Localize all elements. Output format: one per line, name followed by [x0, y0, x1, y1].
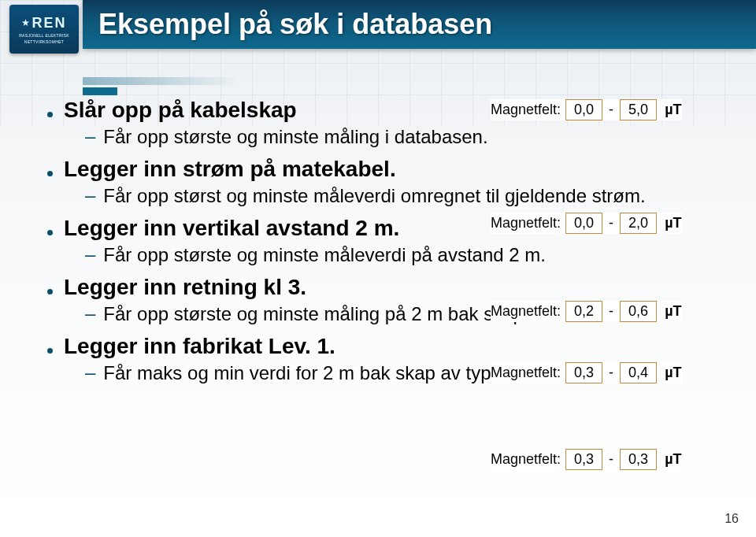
- page-number: 16: [724, 512, 739, 526]
- dash-icon: –: [85, 361, 95, 385]
- accent-bar-dark: [83, 87, 117, 95]
- mag-unit: µT: [665, 451, 681, 468]
- content: Slår opp på kabelskap – Får opp største …: [47, 96, 732, 391]
- accent-bars: [83, 77, 240, 95]
- mag-sep: -: [609, 102, 613, 118]
- dash-icon: –: [85, 184, 95, 208]
- dash-icon: –: [85, 125, 95, 149]
- logo: REN RASJONELL ELEKTRISK NETTVIRKSOMHET: [9, 5, 79, 54]
- logo-sub1: RASJONELL ELEKTRISK: [19, 33, 69, 38]
- bullet-text: Legger inn strøm på matekabel.: [64, 155, 396, 183]
- bullet-dot-icon: [47, 230, 53, 235]
- bullet-dot-icon: [47, 289, 53, 294]
- mag-label: Magnetfelt:: [491, 215, 561, 231]
- bullet-text: Legger inn retning kl 3.: [64, 273, 306, 301]
- page-title: Eksempel på søk i databasen: [98, 8, 492, 41]
- bullet-dot-icon: [47, 112, 53, 117]
- bullet-text: Slår opp på kabelskap: [64, 96, 297, 124]
- list-item: Legger inn strøm på matekabel. – Får opp…: [47, 155, 732, 208]
- mag-unit: µT: [665, 365, 681, 381]
- sub-list-item: – Får opp størst og minste måleverdi omr…: [85, 184, 732, 208]
- mag-low: 0,2: [565, 301, 602, 322]
- mag-sep: -: [609, 303, 613, 320]
- mag-low: 0,0: [565, 213, 602, 234]
- mag-sep: -: [609, 451, 613, 468]
- bullet-text: Legger inn fabrikat Lev. 1.: [64, 332, 335, 360]
- mag-sep: -: [609, 215, 613, 231]
- mag-high: 2,0: [620, 213, 657, 234]
- mag-label: Magnetfelt:: [491, 102, 561, 118]
- magnetfelt-badge: Magnetfelt:0,3-0,4µT: [491, 362, 682, 383]
- title-bar: Eksempel på søk i databasen: [83, 0, 756, 49]
- mag-low: 0,0: [565, 99, 602, 120]
- bullet-dot-icon: [47, 171, 53, 176]
- sub-list-item: – Får opp største og minste måleverdi på…: [85, 243, 732, 267]
- mag-high: 0,3: [620, 449, 657, 470]
- logo-sub2: NETTVIRKSOMHET: [24, 39, 64, 44]
- mag-high: 0,6: [620, 301, 657, 322]
- mag-sep: -: [609, 365, 613, 381]
- sub-text: Får opp største og minste måleverdi på a…: [103, 243, 546, 267]
- dash-icon: –: [85, 243, 95, 267]
- magnetfelt-badge: Magnetfelt:0,2-0,6µT: [491, 301, 682, 322]
- bullet-text: Legger inn vertikal avstand 2 m.: [64, 214, 399, 242]
- mag-low: 0,3: [565, 362, 602, 383]
- logo-main: REN: [21, 15, 66, 31]
- mag-label: Magnetfelt:: [491, 365, 561, 381]
- sub-text: Får opp største og minste måling i datab…: [103, 125, 487, 149]
- magnetfelt-badge: Magnetfelt:0,0-5,0µT: [491, 99, 682, 120]
- magnetfelt-badge: Magnetfelt:0,0-2,0µT: [491, 213, 682, 234]
- sub-list-item: – Får opp største og minste måling i dat…: [85, 125, 732, 149]
- mag-label: Magnetfelt:: [491, 303, 561, 320]
- bullet-list: Slår opp på kabelskap – Får opp største …: [47, 96, 732, 385]
- mag-high: 0,4: [620, 362, 657, 383]
- logo-text: REN: [32, 15, 66, 31]
- mag-low: 0,3: [565, 449, 602, 470]
- magnetfelt-badge: Magnetfelt:0,3-0,3µT: [491, 449, 682, 470]
- mag-label: Magnetfelt:: [491, 451, 561, 468]
- dash-icon: –: [85, 302, 95, 326]
- star-icon: [21, 19, 29, 27]
- mag-unit: µT: [665, 102, 681, 118]
- mag-unit: µT: [665, 215, 681, 231]
- mag-unit: µT: [665, 303, 681, 320]
- slide: REN RASJONELL ELEKTRISK NETTVIRKSOMHET E…: [0, 0, 756, 537]
- bullet-dot-icon: [47, 348, 53, 354]
- sub-text: Får opp største og minste måling på 2 m …: [103, 302, 544, 326]
- sub-text: Får opp størst og minste måleverdi omreg…: [103, 184, 645, 208]
- mag-high: 5,0: [620, 99, 657, 120]
- accent-bar-light: [83, 77, 240, 85]
